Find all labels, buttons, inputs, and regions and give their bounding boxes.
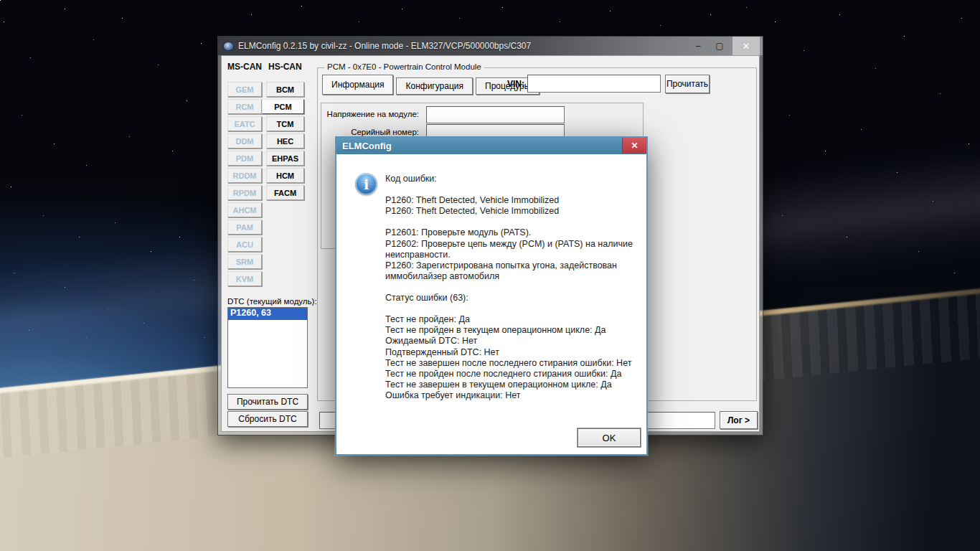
minimize-button[interactable]: – [688,37,708,55]
maximize-icon: ▢ [715,41,723,51]
ok-button[interactable]: OK [578,428,641,447]
module-tab[interactable]: EHPAS [266,151,304,166]
module-tab: SRM [227,254,262,269]
module-tab: RCM [227,99,262,114]
module-tab[interactable]: PCM [262,99,304,114]
minimize-icon: – [696,41,701,51]
module-tab: PAM [227,220,262,235]
module-tab: GEM [227,82,262,97]
message-dialog: ELMConfig ✕ i Код ошибки: P1260: Theft D… [335,136,648,456]
panel-tab[interactable]: Конфигурация [396,77,473,95]
module-list-hs-can: BCMPCMTCMHECEHPASHCMFACM [266,82,304,202]
module-tab: PDM [227,151,262,166]
vin-label: VIN: [507,79,524,89]
dtc-list-item[interactable]: P1260, 63 [228,308,307,320]
dialog-close-icon: ✕ [631,141,638,151]
titlebar[interactable]: ELMConfig 0.2.15 by civil-zz - Online mo… [218,37,763,55]
module-tab[interactable]: FACM [266,185,304,200]
dialog-close-button[interactable]: ✕ [622,138,646,154]
module-tab: EATC [227,116,262,131]
panel-tab[interactable]: Информация [322,75,393,95]
module-tab: ACU [227,237,262,252]
module-tab[interactable]: BCM [266,82,304,97]
dialog-titlebar[interactable]: ELMConfig [336,138,646,154]
app-icon [223,42,234,51]
module-tab: RPDM [227,185,262,200]
log-button[interactable]: Лог > [720,411,758,429]
maximize-button[interactable]: ▢ [710,37,730,55]
close-icon: ✕ [743,41,750,52]
bus-label-hs-can: HS-CAN [268,62,302,72]
window-title: ELMConfig 0.2.15 by civil-zz - Online mo… [238,41,763,51]
voltage-label: Напряжение на модуле: [321,110,419,118]
dialog-message: Код ошибки: P1260: Theft Detected, Vehic… [385,174,634,401]
module-tab[interactable]: HEC [266,133,304,149]
vin-input[interactable] [527,75,661,93]
clear-dtc-button[interactable]: Сбросить DTC [227,411,308,427]
serial-label: Серийный номер: [321,128,419,136]
star-field [0,0,1,1]
module-tab: RDDM [227,168,262,183]
module-tab[interactable]: HCM [266,168,304,183]
module-tab: AHCM [227,202,262,217]
dtc-list[interactable]: P1260, 63 [227,307,308,388]
groupbox-legend: PCM - 0x7E0 - Powertrain Control Module [324,62,484,71]
read-dtc-button[interactable]: Прочитать DTC [227,394,308,410]
module-tab: DDM [227,133,262,149]
module-list-ms-can: GEMRCMEATCDDMPDMRDDMRPDMAHCMPAMACUSRMKVM [227,82,262,288]
info-icon: i [355,173,377,195]
bus-label-ms-can: MS-CAN [227,62,262,72]
read-vin-button[interactable]: Прочитать [665,75,710,93]
close-button[interactable]: ✕ [732,37,760,55]
module-tab: KVM [227,271,262,286]
voltage-input[interactable] [426,106,565,123]
dialog-title: ELMConfig [336,141,392,151]
dtc-label: DTC (текущий модуль): [227,297,317,306]
module-tab[interactable]: TCM [266,116,304,131]
bus-labels: MS-CAN HS-CAN [227,62,302,72]
